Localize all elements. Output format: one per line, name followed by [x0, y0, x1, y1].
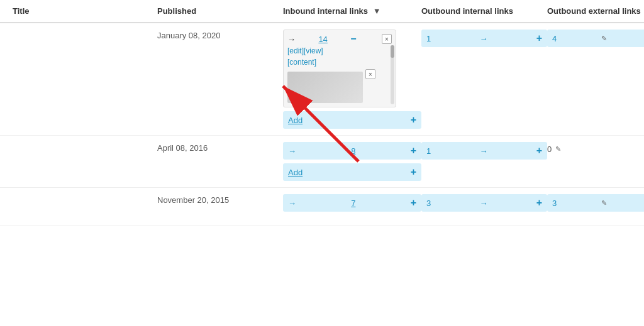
- inbound-chip-2: → 8 +: [283, 142, 421, 160]
- link-table: Title Published Inbound internal links ▼…: [0, 0, 644, 225]
- outbound-external-cell-2: 0 ✎: [547, 142, 644, 156]
- arrow-left-icon-3: →: [288, 198, 296, 208]
- inbound-expanded-panel: → 14 − × [edit][view] [content]: [283, 30, 396, 107]
- outbound-internal-count-2: 1: [426, 146, 431, 156]
- outbound-internal-chip-2: 1 → +: [421, 142, 547, 160]
- plus-inbound-btn-2[interactable]: +: [411, 145, 416, 156]
- outbound-internal-count-3: 3: [426, 198, 431, 208]
- table-header: Title Published Inbound internal links ▼…: [0, 0, 644, 23]
- outbound-internal-chip-3: 3 → +: [421, 194, 547, 212]
- outbound-external-chip-1: 4 ✎ +: [547, 30, 644, 47]
- table-row-3: November 20, 2015 → 7 + 3 → + 3 ✎ +: [0, 188, 644, 225]
- plus-inbound-btn-3[interactable]: +: [411, 197, 416, 209]
- link-item-2: [content]: [287, 58, 392, 67]
- arrow-left-icon-2: →: [288, 146, 296, 156]
- date-label-3: November 20, 2015: [157, 195, 229, 205]
- inbound-cell-2: → 8 + Add +: [283, 142, 421, 181]
- inbound-count-link-1[interactable]: 14: [318, 35, 327, 44]
- plus-outbound-internal-btn-3[interactable]: +: [536, 197, 542, 209]
- outbound-internal-cell-1: 1 → +: [421, 30, 547, 47]
- outbound-internal-count-1: 1: [426, 34, 431, 43]
- table-row: January 08, 2020 → 14 − × [edit][view]: [0, 23, 644, 136]
- col-title-header: Title: [13, 6, 157, 16]
- link-item-text-2[interactable]: [content]: [287, 58, 316, 67]
- link-item-text-1[interactable]: [edit][view]: [287, 46, 323, 55]
- inbound-count-3[interactable]: 7: [351, 198, 355, 208]
- close-button-1[interactable]: ×: [382, 34, 392, 44]
- arrow-left-icon: →: [287, 35, 296, 44]
- edit-pencil-icon-1[interactable]: ✎: [601, 35, 607, 43]
- sort-arrow-icon: ▼: [373, 6, 381, 16]
- outbound-external-cell-3: 3 ✎ +: [547, 194, 644, 212]
- table-row-1: January 08, 2020 → 14 − × [edit][view]: [0, 23, 644, 136]
- date-label-2: April 08, 2016: [157, 143, 208, 153]
- date-label-1: January 08, 2020: [157, 31, 220, 40]
- inbound-cell-3: → 7 +: [283, 194, 421, 212]
- outbound-external-count-2: 0: [547, 144, 552, 154]
- image-placeholder: [287, 72, 363, 103]
- outbound-internal-cell-2: 1 → +: [421, 142, 547, 160]
- link-item-1: [edit][view]: [287, 46, 392, 55]
- plus-inbound-btn-1[interactable]: +: [411, 114, 416, 126]
- outbound-external-chip-3: 3 ✎ +: [547, 194, 644, 212]
- arrow-right-icon-3: →: [479, 198, 487, 208]
- add-chip-inbound-2: Add +: [283, 163, 421, 181]
- scrollbar-track[interactable]: [391, 45, 394, 104]
- minus-button-1[interactable]: −: [350, 34, 356, 44]
- add-chip-inbound-1: Add +: [283, 111, 421, 129]
- outbound-external-count-3[interactable]: 3: [552, 198, 557, 208]
- inbound-count-2[interactable]: 8: [351, 146, 355, 156]
- col-inbound-header[interactable]: Inbound internal links ▼: [283, 6, 421, 16]
- inbound-chip-3: → 7 +: [283, 194, 421, 212]
- scrollbar-thumb[interactable]: [391, 45, 394, 58]
- arrow-right-icon-1: →: [479, 34, 487, 43]
- outbound-external-cell-1: 4 ✎ +: [547, 30, 644, 47]
- plus-add-inbound-btn-2[interactable]: +: [411, 166, 416, 178]
- plus-outbound-internal-btn-1[interactable]: +: [536, 33, 542, 44]
- plus-outbound-internal-btn-2[interactable]: +: [536, 145, 542, 156]
- outbound-internal-cell-3: 3 → +: [421, 194, 547, 212]
- add-inbound-link-2[interactable]: Add: [288, 168, 303, 177]
- outbound-external-count-1[interactable]: 4: [552, 34, 557, 43]
- inbound-cell-1: → 14 − × [edit][view] [content]: [283, 30, 421, 129]
- published-cell-3: November 20, 2015: [157, 194, 283, 205]
- col-published-header: Published: [157, 6, 283, 16]
- outbound-internal-chip-1: 1 → +: [421, 30, 547, 47]
- table-row-2: April 08, 2016 → 8 + Add + 1 → + 0: [0, 136, 644, 188]
- edit-pencil-icon-3[interactable]: ✎: [601, 199, 607, 207]
- close-image-button[interactable]: ×: [365, 69, 375, 79]
- add-inbound-link-1[interactable]: Add: [288, 116, 303, 125]
- zero-chip-2: 0 ✎: [547, 142, 644, 156]
- col-outbound-external-header: Outbound external links: [547, 6, 644, 16]
- published-cell-2: April 08, 2016: [157, 142, 283, 153]
- published-cell-1: January 08, 2020: [157, 30, 283, 40]
- edit-pencil-icon-2[interactable]: ✎: [555, 145, 561, 153]
- arrow-right-icon-2: →: [479, 146, 487, 156]
- col-inbound-label: Inbound internal links: [283, 6, 368, 16]
- col-outbound-internal-header: Outbound internal links: [421, 6, 547, 16]
